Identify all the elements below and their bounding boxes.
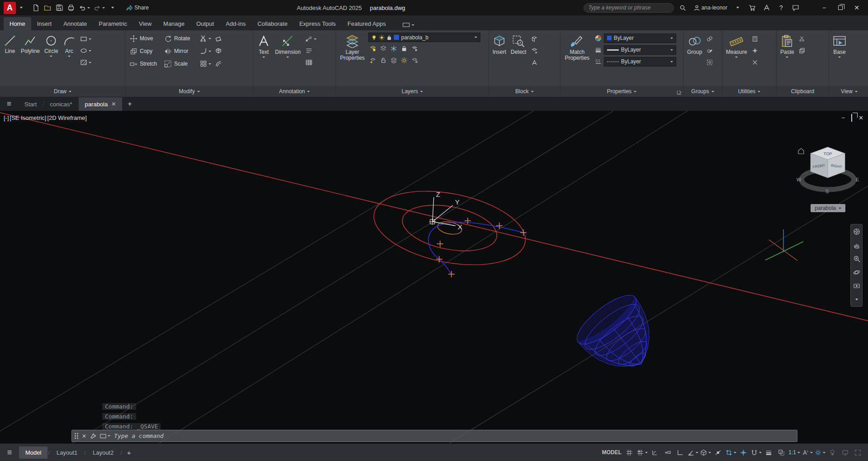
app-menu-caret[interactable] [16,2,27,14]
command-input[interactable]: Type a command [114,432,164,439]
lineweight-dropdown[interactable]: ByLayer [604,45,676,55]
polyline-tool[interactable]: Polyline [19,33,41,56]
tab-express-tools[interactable]: Express Tools [294,17,342,30]
drawing-close-icon[interactable]: ✕ [859,114,863,121]
base-view-tool[interactable]: Base [831,33,848,60]
maximize-button[interactable] [834,2,847,14]
layer-dropdown[interactable]: parabola_b [368,33,480,42]
palette-close-icon[interactable]: ✕ [82,433,86,439]
polar-tracking-icon[interactable] [687,447,698,459]
close-button[interactable]: ✕ [850,2,863,14]
tab-parametric[interactable]: Parametric [93,17,133,30]
3d-osnap-magnet-icon[interactable] [750,447,762,459]
close-tab-icon[interactable]: ✕ [111,101,116,107]
measure-tool[interactable]: Measure [725,33,749,60]
autodesk-account-icon[interactable] [761,2,772,14]
help-icon[interactable]: ? [776,2,787,14]
object-snap-toggle-icon[interactable] [725,447,736,459]
mirror-tool[interactable]: Mirror [162,45,198,57]
group-tool[interactable]: Group [686,33,703,57]
new-file-icon[interactable] [30,2,41,14]
ungroup-icon[interactable] [705,33,714,44]
file-tab-parabola[interactable]: parabola ✕ [79,97,123,111]
clean-screen-icon[interactable] [852,447,863,459]
ortho-mode-icon[interactable] [674,447,686,459]
open-folder-icon[interactable] [42,2,53,14]
block-attributes-icon[interactable] [530,57,539,68]
cart-icon[interactable] [747,2,758,14]
text-tool[interactable]: Text [256,33,272,60]
tab-view[interactable]: View [133,17,157,30]
customize-wrench-icon[interactable] [90,433,96,439]
dimension-tool[interactable]: Dimension [274,33,302,60]
recent-commands-icon[interactable] [100,434,110,438]
write-block-icon[interactable] [530,45,539,56]
paste-tool[interactable]: Paste [779,33,796,60]
viewcube-context-badge[interactable]: parabola [811,204,845,212]
viewport-menu-control[interactable]: [-] [4,114,9,121]
tab-add-ins[interactable]: Add-ins [220,17,251,30]
drawing-canvas[interactable]: Z Y X [0,111,868,443]
modify-panel-label[interactable]: Modify [126,86,253,97]
isolate-objects-icon[interactable] [827,447,838,459]
transparency-toggle-icon[interactable] [776,447,787,459]
layer-off-icon[interactable] [368,43,378,54]
color-wheel-icon[interactable] [593,33,603,43]
table-tool-icon[interactable] [304,57,318,68]
rotate-tool[interactable]: Rotate [162,33,198,44]
tab-home[interactable]: Home [4,17,31,30]
circle-tool[interactable]: Circle [43,33,60,59]
block-panel-label[interactable]: Block [489,86,560,97]
drawing-restore-icon[interactable] [851,114,852,121]
stretch-tool[interactable]: Stretch [128,58,161,70]
command-line-palette[interactable]: ✕ Type a command [71,430,797,442]
group-edit-icon[interactable] [705,45,714,56]
layer-match-icon[interactable] [410,43,419,54]
view-cube[interactable]: W S E TOP FRONT RIGHT [794,134,862,204]
layer-thaw-icon[interactable] [399,55,409,66]
ribbon-display-toggle[interactable] [400,19,417,30]
drawing-minimize-icon[interactable]: − [842,114,845,121]
line-tool[interactable]: Line [2,33,18,56]
create-block-icon[interactable] [530,33,539,44]
match-properties-button[interactable]: Match Properties [563,33,592,63]
layout-menu-icon[interactable]: ≡ [0,448,19,457]
offset-tool-icon[interactable] [213,58,223,69]
tab-output[interactable]: Output [190,17,220,30]
minimize-button[interactable]: − [817,2,831,14]
layer-properties-button[interactable]: Layer Properties [338,33,366,63]
show-motion-icon[interactable] [852,281,861,290]
search-input[interactable] [583,3,674,13]
quick-calc-icon[interactable] [750,33,759,44]
model-tab[interactable]: Model [19,447,47,459]
fillet-tool-icon[interactable] [199,46,213,57]
leader-tool-icon[interactable] [304,33,318,44]
utilities-panel-label[interactable]: Utilities [722,86,776,97]
pan-hand-icon[interactable] [852,240,861,250]
draw-panel-label[interactable]: Draw [0,86,125,97]
scale-tool[interactable]: Scale [162,58,198,70]
layer-prev-icon[interactable] [368,55,378,66]
cut-clip-icon[interactable] [797,33,806,44]
snap-toggle-icon[interactable] [636,447,648,459]
qat-more-caret[interactable] [107,2,118,14]
layer-freeze-icon[interactable] [389,43,398,54]
linetype-dropdown[interactable]: ByLayer [604,57,676,67]
redo-icon[interactable] [92,2,106,14]
layer-state-icon[interactable] [410,55,419,66]
detect-tool[interactable]: Detect [509,33,528,57]
plot-icon[interactable] [66,2,76,14]
tab-insert[interactable]: Insert [31,17,58,30]
id-point-icon[interactable] [750,45,759,56]
layer-walk-icon[interactable] [389,55,398,66]
properties-dialog-launcher[interactable] [677,90,681,95]
full-nav-wheel-icon[interactable] [852,227,861,236]
visual-style-control[interactable]: [2D Wireframe] [47,114,86,121]
rectangle-tool-icon[interactable] [79,33,93,44]
group-selection-icon[interactable] [705,57,714,68]
layer-isolate-icon[interactable] [379,43,388,54]
tab-collaborate[interactable]: Collaborate [251,17,294,30]
arc-tool[interactable]: Arc [62,33,77,59]
layer-lock-tool-icon[interactable] [399,43,409,54]
copy-tool[interactable]: Copy [128,45,161,57]
